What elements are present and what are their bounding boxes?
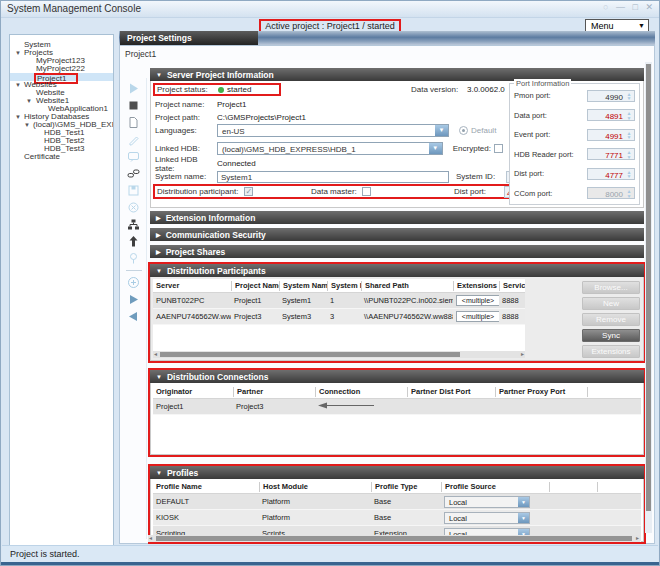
linked-hdb-label: Linked HDB: (155, 144, 217, 153)
scroll-left-icon[interactable]: ◂ (149, 534, 152, 541)
expand-triangle-icon: ▶ (156, 231, 161, 238)
project-settings-content: Project1 (119, 45, 655, 544)
distribution-icon[interactable] (127, 218, 140, 231)
scroll-right-icon[interactable]: ▸ (636, 534, 639, 541)
start-project-icon[interactable] (127, 82, 140, 95)
profile-source-dropdown[interactable]: Local▼ (444, 512, 530, 524)
project-status-value: started (227, 85, 251, 94)
table-row[interactable]: PUNBT022PC Project1 System1 1 \\PUNBT022… (153, 293, 525, 309)
forward-icon[interactable] (127, 293, 140, 306)
section-profiles: ▼ Profiles Profile Name Host Module Prof… (148, 464, 646, 544)
languages-label: Languages: (155, 126, 217, 135)
table-row[interactable]: DEFAULT Platform Base Local▼ (153, 494, 641, 510)
profile-source-dropdown[interactable]: Local▼ (444, 496, 530, 508)
data-master-label: Data master: (311, 187, 357, 196)
spinner-arrows-icon[interactable]: ▲▼ (625, 150, 633, 159)
menu-label: Menu (591, 21, 614, 31)
maximize-button[interactable]: □ (633, 2, 638, 12)
annotate-icon[interactable] (127, 150, 140, 163)
scroll-right-icon[interactable]: ▸ (521, 350, 524, 357)
collapse-triangle-icon: ▼ (156, 470, 162, 476)
section-header-communication-security[interactable]: ▶ Communication Security (150, 228, 644, 241)
spinner-arrows-icon: ▲▼ (625, 189, 633, 198)
data-port-label: Data port: (514, 111, 547, 120)
section-header-profiles[interactable]: ▼ Profiles (150, 466, 644, 479)
pin-icon[interactable] (127, 252, 140, 265)
default-language-label: Default (471, 126, 496, 135)
chevron-down-icon[interactable]: ▼ (429, 143, 442, 154)
chevron-down-icon[interactable]: ▼ (518, 513, 529, 523)
lock-icon: ○ (603, 2, 608, 12)
back-icon[interactable] (127, 310, 140, 323)
distribution-participant-label: Distribution participant: (157, 187, 238, 196)
minimize-button[interactable]: — (616, 2, 625, 12)
languages-dropdown[interactable]: en-US ▼ (217, 124, 449, 137)
section-communication-security: ▶ Communication Security (150, 228, 644, 241)
section-header-project-shares[interactable]: ▶ Project Shares (150, 245, 644, 258)
spinner-arrows-icon[interactable]: ▲▼ (625, 170, 633, 179)
extensions-button[interactable]: Extensions (582, 345, 640, 358)
tree-item-myproject222[interactable]: MyProject222 (10, 65, 113, 73)
new-button[interactable]: New (582, 297, 640, 310)
section-distribution-participants: ▼ Distribution Participants Server Proje… (148, 262, 646, 363)
system-name-input[interactable]: System1 (217, 171, 449, 183)
distribution-row-annotation: Distribution participant: Data master: D… (153, 184, 539, 199)
table-row[interactable]: KIOSK Platform Base Local▼ (153, 510, 641, 526)
event-port-stepper[interactable]: 4991▲▼ (587, 129, 635, 141)
hdb-reader-port-label: HDB Reader port: (514, 150, 574, 159)
default-language-radio[interactable] (459, 126, 468, 135)
save-icon[interactable] (127, 184, 140, 197)
system-management-console-window: System Management Console ○ — □ ✕ Active… (0, 0, 660, 566)
new-project-icon[interactable] (127, 116, 140, 129)
unlink-icon[interactable] (127, 167, 140, 180)
tree-item-certificate[interactable]: Certificate (10, 153, 113, 161)
data-port-stepper[interactable]: 4891▲▼ (587, 109, 635, 121)
section-header-distribution-participants[interactable]: ▼ Distribution Participants (150, 264, 644, 277)
connections-table: Originator Partner Connection Partner Di… (153, 385, 641, 452)
distribution-participant-checkbox[interactable] (244, 187, 253, 196)
scroll-left-icon[interactable]: ◂ (154, 350, 157, 357)
sync-button[interactable]: Sync (582, 329, 640, 342)
cancel-icon[interactable] (127, 201, 140, 214)
close-button[interactable]: ✕ (645, 2, 653, 12)
add-icon[interactable] (127, 276, 140, 289)
window-bottom-edge (1, 562, 659, 565)
status-message: Project is started. (10, 549, 80, 559)
table-row[interactable]: Project1 Project3 (153, 399, 641, 415)
content-horizontal-scrollbar[interactable]: ◂ ▸ (148, 535, 640, 542)
section-header-extension-information[interactable]: ▶ Extension Information (150, 211, 644, 224)
ccom-port-label: CCom port: (514, 189, 552, 198)
extensions-dropdown[interactable]: <multiple> (456, 295, 499, 306)
system-name-label: System name: (155, 172, 217, 181)
collapse-triangle-icon: ▼ (156, 374, 162, 380)
spinner-arrows-icon[interactable]: ▲▼ (625, 111, 633, 120)
chevron-down-icon[interactable]: ▼ (435, 125, 448, 136)
stop-project-icon[interactable] (127, 99, 140, 112)
section-header-distribution-connections[interactable]: ▼ Distribution Connections (150, 370, 644, 383)
extensions-dropdown[interactable]: <multiple> (456, 311, 499, 322)
browse-button[interactable]: Browse... (582, 281, 640, 294)
dist-port-info-stepper[interactable]: 4777▲▼ (587, 168, 635, 180)
pmon-port-stepper[interactable]: 4990▲▼ (587, 90, 635, 102)
hdb-reader-port-stepper[interactable]: 7771▲▼ (587, 148, 635, 160)
project-name-value: Project1 (217, 100, 246, 109)
project-path-label: Project path: (155, 113, 217, 122)
encrypted-checkbox[interactable] (494, 144, 503, 153)
toolbar-divider (126, 270, 142, 271)
spinner-arrows-icon[interactable]: ▲▼ (625, 92, 633, 101)
participants-horizontal-scrollbar[interactable]: ◂ ▸ (153, 351, 525, 358)
data-master-checkbox[interactable] (362, 187, 371, 196)
content-vertical-scrollbar[interactable] (645, 62, 652, 533)
remove-button[interactable]: Remove (582, 313, 640, 326)
project-path-value: C:\GMSProjects\Project1 (217, 113, 306, 122)
upload-icon[interactable] (127, 235, 140, 248)
pmon-port-label: Pmon port: (514, 91, 551, 100)
table-row[interactable]: AAENPU746562W.ww888 Project3 System3 3 \… (153, 309, 525, 325)
spinner-arrows-icon[interactable]: ▲▼ (625, 131, 633, 140)
linked-hdb-dropdown[interactable]: (local)\GMS_HDB_EXPRESS\HDB_1 ▼ (217, 142, 443, 155)
edit-icon[interactable] (127, 133, 140, 146)
chevron-down-icon[interactable]: ▼ (518, 497, 529, 507)
tab-project-settings[interactable]: Project Settings (120, 31, 258, 45)
expand-triangle-icon: ▶ (156, 214, 161, 221)
status-started-icon (218, 87, 224, 93)
